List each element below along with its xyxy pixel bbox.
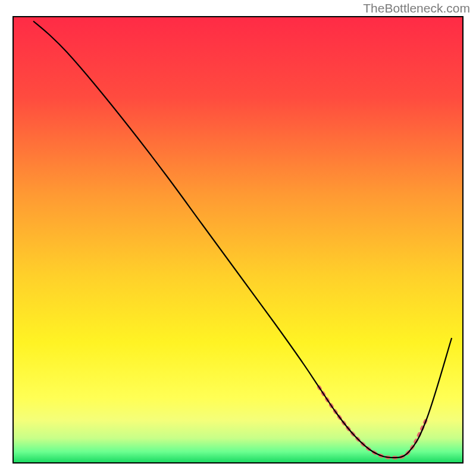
gradient-background — [13, 17, 463, 463]
bottleneck-chart — [0, 0, 476, 476]
